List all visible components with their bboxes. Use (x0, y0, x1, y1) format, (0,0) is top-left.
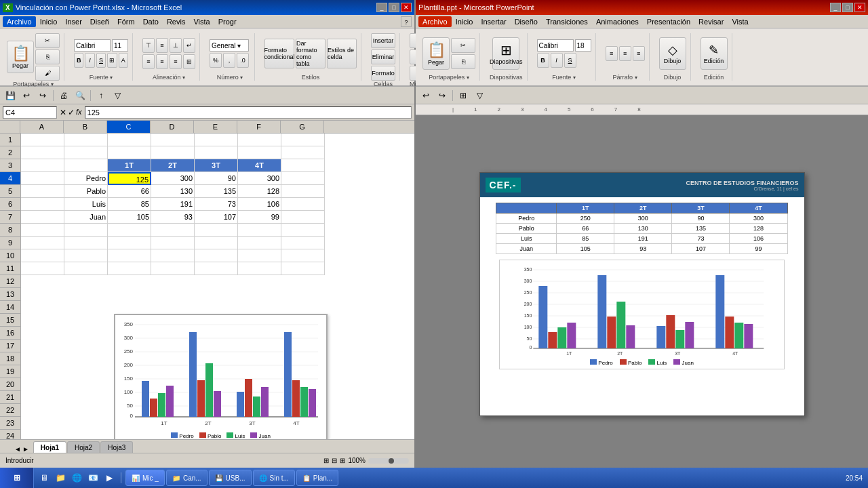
cell-d1[interactable] (151, 134, 195, 146)
ppt-tb-redo[interactable]: ↪ (435, 89, 450, 102)
excel-align-bottom-btn[interactable]: ⊥ (170, 38, 182, 53)
ppt-align-left-btn[interactable]: ≡ (606, 46, 618, 61)
cell-d11[interactable] (151, 262, 195, 275)
row-num-2[interactable]: 2 (0, 146, 20, 159)
excel-tb-print[interactable]: 🖨 (56, 89, 71, 102)
ppt-portapapeles-expand[interactable]: ▾ (467, 75, 469, 81)
cell-a2[interactable] (21, 146, 64, 159)
taskbar-desktop-btn[interactable]: 🖥 (37, 471, 52, 485)
row-num-1[interactable]: 1 (0, 134, 20, 146)
cell-d7[interactable]: 93 (151, 211, 195, 224)
taskbar-files-btn[interactable]: 📁 (53, 471, 68, 485)
excel-merge-btn[interactable]: ⊞ (183, 54, 195, 69)
cell-f9[interactable] (238, 237, 281, 249)
cell-c7[interactable]: 105 (108, 211, 151, 224)
cell-a9[interactable] (21, 237, 64, 249)
excel-bold-btn[interactable]: B (74, 53, 83, 68)
ppt-align-center-btn[interactable]: ≡ (619, 46, 631, 61)
cell-e9[interactable] (195, 237, 238, 249)
taskbar-item-usb[interactable]: 💾 USB... (209, 470, 252, 486)
ppt-maximize-btn[interactable]: □ (842, 3, 853, 12)
cell-d2[interactable] (151, 146, 195, 159)
excel-menu-dato[interactable]: Dato (139, 16, 163, 27)
excel-formula-cancel[interactable]: ✕ (60, 108, 66, 117)
row-num-15[interactable]: 15 (0, 314, 20, 327)
cell-e3[interactable]: 3T (195, 159, 238, 172)
cell-g9[interactable] (281, 237, 325, 249)
row-num-18[interactable]: 18 (0, 352, 20, 365)
cell-d6[interactable]: 191 (151, 198, 195, 211)
row-num-17[interactable]: 17 (0, 340, 20, 352)
ppt-parrafo-expand[interactable]: ▾ (635, 75, 637, 81)
excel-comma-btn[interactable]: , (223, 53, 235, 68)
excel-menu-vista[interactable]: Vista (189, 16, 214, 27)
ppt-cut-btn[interactable]: ✂ (451, 38, 475, 53)
excel-sheet-tab-hoja1[interactable]: Hoja1 (33, 441, 66, 453)
cell-f4[interactable]: 300 (238, 172, 281, 185)
cell-b7[interactable]: Juan (64, 211, 108, 224)
cell-f1[interactable] (238, 134, 281, 146)
ppt-menu-transiciones[interactable]: Transiciones (542, 16, 592, 27)
cell-a7[interactable] (21, 211, 64, 224)
cell-g7[interactable] (281, 211, 325, 224)
excel-close-btn[interactable]: ✕ (401, 3, 412, 12)
excel-maximize-btn[interactable]: □ (389, 3, 399, 12)
excel-col-d[interactable]: D (151, 121, 194, 133)
excel-copy-btn[interactable]: ⎘ (35, 49, 60, 64)
row-num-8[interactable]: 8 (0, 224, 20, 237)
cell-e7[interactable]: 107 (195, 211, 238, 224)
ppt-slide[interactable]: CEF.- CENTRO DE ESTUDIOS FINANCIEROS C/O… (479, 172, 805, 416)
ppt-font-name[interactable]: Calibri (537, 39, 574, 52)
excel-cut-btn[interactable]: ✂ (35, 33, 60, 48)
excel-tb-preview[interactable]: 🔍 (73, 89, 87, 102)
excel-tablefmt-btn[interactable]: Dar formato como tabla (296, 39, 326, 68)
cell-g6[interactable] (281, 198, 325, 211)
cell-c6[interactable]: 85 (108, 198, 151, 211)
cell-g5[interactable] (281, 185, 325, 198)
excel-tb-sort-asc[interactable]: ↑ (94, 89, 108, 102)
cell-e1[interactable] (195, 134, 238, 146)
cell-d9[interactable] (151, 237, 195, 249)
cell-c3[interactable]: 1T (108, 159, 151, 172)
cell-a6[interactable] (21, 198, 64, 211)
row-num-10[interactable]: 10 (0, 249, 20, 262)
ppt-menu-vista[interactable]: Vista (728, 16, 752, 27)
ppt-fuente-expand[interactable]: ▾ (573, 75, 576, 81)
excel-menu-revis[interactable]: Revis (163, 16, 190, 27)
cell-c4[interactable]: 125 (108, 172, 151, 185)
row-num-3[interactable]: 3 (0, 159, 20, 172)
cell-f6[interactable]: 106 (238, 198, 281, 211)
ppt-menu-inicio[interactable]: Inicio (452, 16, 477, 27)
excel-tb-redo[interactable]: ↪ (35, 89, 50, 102)
cell-a10[interactable] (21, 249, 64, 262)
excel-delete-cells-btn[interactable]: Eliminar (371, 49, 395, 64)
excel-align-top-btn[interactable]: ⊤ (142, 38, 155, 53)
ppt-copy-btn[interactable]: ⎘ (451, 54, 475, 69)
excel-cell-ref[interactable]: C4 (3, 106, 57, 119)
cell-d10[interactable] (151, 249, 195, 262)
cell-f2[interactable] (238, 146, 281, 159)
cell-b11[interactable] (64, 262, 108, 275)
excel-left-btn[interactable]: ≡ (142, 54, 155, 69)
cell-g1[interactable] (281, 134, 325, 146)
excel-sheet-tab-hoja3[interactable]: Hoja3 (100, 441, 133, 453)
excel-right-btn[interactable]: ≡ (170, 54, 182, 69)
excel-col-f[interactable]: F (237, 121, 281, 133)
cell-c10[interactable] (108, 249, 151, 262)
ppt-menu-diseno[interactable]: Diseño (511, 16, 542, 27)
cell-a5[interactable] (21, 185, 64, 198)
excel-tb-save[interactable]: 💾 (3, 89, 18, 102)
fuente-expand[interactable]: ▾ (110, 75, 113, 81)
excel-view-pagebreak[interactable]: ⊞ (340, 457, 345, 464)
ppt-menu-revisar[interactable]: Revisar (694, 16, 728, 27)
cell-f11[interactable] (238, 262, 281, 275)
cell-b1[interactable] (64, 134, 108, 146)
row-num-13[interactable]: 13 (0, 288, 20, 301)
excel-underline-btn[interactable]: S (96, 53, 106, 68)
cell-g3[interactable] (281, 159, 325, 172)
cell-c8[interactable] (108, 224, 151, 237)
excel-col-a[interactable]: A (20, 121, 64, 133)
ppt-close-btn[interactable]: ✕ (854, 3, 865, 12)
excel-insert-cells-btn[interactable]: Insertar (371, 33, 395, 48)
excel-pegar-btn[interactable]: 📋 Pegar (7, 41, 34, 73)
